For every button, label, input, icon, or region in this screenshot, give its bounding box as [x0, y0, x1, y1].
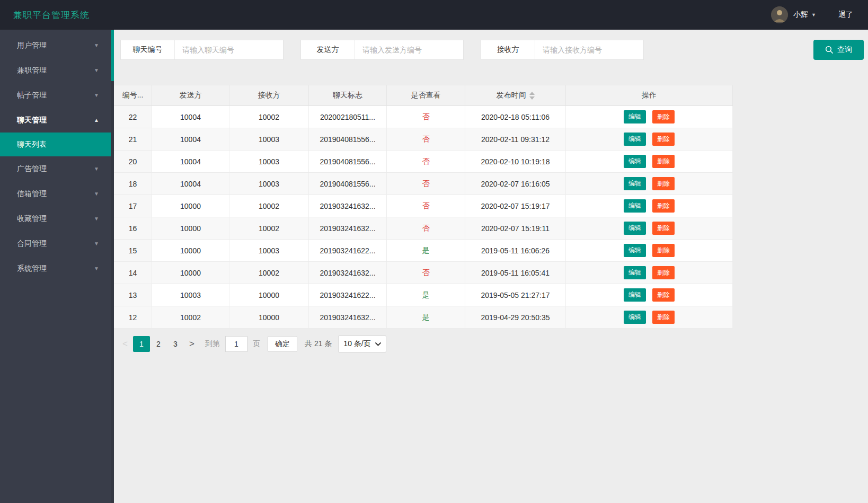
column-header: 发送方	[152, 85, 229, 105]
cell-publish-time: 2019-04-29 20:50:35	[465, 306, 566, 328]
cell-receiver: 10002	[229, 217, 309, 239]
delete-button[interactable]: 删除	[652, 311, 675, 324]
next-page-button[interactable]: >	[184, 336, 200, 352]
prev-page-button[interactable]: <	[117, 336, 133, 352]
cell-actions: 编辑删除	[566, 106, 733, 128]
edit-button[interactable]: 编辑	[624, 199, 646, 213]
edit-button[interactable]: 编辑	[624, 155, 646, 168]
sidebar-item[interactable]: 合同管理▼	[0, 231, 111, 256]
cell-viewed: 否	[387, 173, 465, 195]
cell-publish-time: 2020-02-10 10:19:18	[465, 151, 566, 172]
search-button[interactable]: 查询	[813, 40, 864, 60]
cell-receiver: 10002	[229, 106, 309, 128]
viewed-status: 是	[422, 246, 430, 255]
app-title: 兼职平台管理系统	[0, 9, 90, 21]
filter-label: 聊天编号	[121, 40, 175, 59]
cell-sender: 10004	[152, 151, 229, 172]
page-buttons: 123	[133, 336, 184, 352]
goto-page-input[interactable]	[225, 336, 247, 352]
delete-button[interactable]: 删除	[652, 177, 675, 190]
logout-link[interactable]: 退了	[838, 10, 853, 20]
sidebar-item-label: 收藏管理	[17, 214, 47, 224]
edit-button[interactable]: 编辑	[624, 288, 646, 302]
delete-button[interactable]: 删除	[652, 133, 675, 146]
table-row: 161000010002201903241632...否2020-02-07 1…	[114, 217, 733, 240]
page-number-button[interactable]: 1	[133, 336, 150, 352]
viewed-status: 否	[422, 135, 430, 144]
cell-id: 21	[114, 128, 152, 150]
sidebar-item[interactable]: 帖子管理▼	[0, 83, 111, 108]
cell-chat-flag: 201903241632...	[309, 217, 387, 239]
sender-input[interactable]	[355, 40, 463, 59]
sidebar-subitem[interactable]: 聊天列表	[0, 133, 111, 156]
page-number-button[interactable]: 2	[150, 336, 167, 352]
sort-icon[interactable]	[529, 92, 535, 100]
sidebar-item[interactable]: 信箱管理▼	[0, 181, 111, 206]
column-header: 接收方	[229, 85, 309, 105]
column-header: 编号...	[114, 85, 152, 105]
page-number-button[interactable]: 3	[167, 336, 184, 352]
table-row: 181000410003201904081556...否2020-02-07 1…	[114, 173, 733, 195]
table-body: 221000410002202002180511...否2020-02-18 0…	[114, 106, 733, 329]
cell-receiver: 10003	[229, 173, 309, 195]
delete-button[interactable]: 删除	[652, 244, 675, 257]
cell-publish-time: 2019-05-11 16:06:26	[465, 240, 566, 261]
cell-viewed: 是	[387, 306, 465, 328]
sidebar-item-label: 广告管理	[17, 164, 47, 174]
table-header-row: 编号...发送方接收方聊天标志是否查看发布时间操作	[114, 85, 733, 106]
delete-button[interactable]: 删除	[652, 222, 675, 235]
edit-button[interactable]: 编辑	[624, 311, 646, 324]
sidebar-item[interactable]: 广告管理▼	[0, 156, 111, 181]
edit-button[interactable]: 编辑	[624, 133, 646, 146]
page-size-select[interactable]: 10 条/页	[338, 336, 386, 352]
chevron-down-icon: ▼	[94, 166, 99, 172]
sidebar-item-label: 聊天管理	[17, 116, 47, 125]
column-header-label: 接收方	[258, 91, 280, 100]
goto-confirm-button[interactable]: 确定	[268, 336, 297, 352]
edit-button[interactable]: 编辑	[624, 177, 646, 190]
sidebar-item[interactable]: 兼职管理▼	[0, 58, 111, 83]
filter-bar: 聊天编号 发送方 接收方 查询	[120, 40, 864, 60]
sidebar-scrollbar[interactable]	[111, 30, 114, 503]
chevron-down-icon: ▼	[811, 12, 816, 17]
chevron-down-icon: ▼	[94, 42, 99, 48]
total-count-label: 共 21 条	[305, 339, 332, 349]
chat-id-input[interactable]	[175, 40, 283, 59]
cell-actions: 编辑删除	[566, 128, 733, 150]
scrollbar-thumb[interactable]	[111, 30, 114, 81]
delete-button[interactable]: 删除	[652, 266, 675, 279]
user-name[interactable]: 小辉	[793, 10, 808, 20]
sidebar-item[interactable]: 收藏管理▼	[0, 206, 111, 231]
delete-button[interactable]: 删除	[652, 199, 675, 213]
cell-id: 18	[114, 173, 152, 195]
viewed-status: 否	[422, 268, 430, 278]
viewed-status: 否	[422, 179, 430, 189]
user-avatar[interactable]	[771, 6, 788, 23]
sidebar-item[interactable]: 系统管理▼	[0, 256, 111, 281]
edit-button[interactable]: 编辑	[624, 222, 646, 235]
sidebar-item[interactable]: 用户管理▼	[0, 33, 111, 58]
cell-chat-flag: 201903241632...	[309, 306, 387, 328]
delete-button[interactable]: 删除	[652, 288, 675, 302]
edit-button[interactable]: 编辑	[624, 266, 646, 279]
cell-sender: 10003	[152, 284, 229, 306]
cell-publish-time: 2020-02-11 09:31:12	[465, 128, 566, 150]
content-area: 聊天编号 发送方 接收方 查询 编号...发送方接收方聊天标志是否查看发布时间操…	[114, 30, 868, 503]
edit-button[interactable]: 编辑	[624, 244, 646, 257]
column-header[interactable]: 发布时间	[465, 85, 566, 105]
cell-viewed: 否	[387, 151, 465, 172]
viewed-status: 否	[422, 224, 430, 233]
cell-chat-flag: 202002180511...	[309, 106, 387, 128]
receiver-input[interactable]	[535, 40, 643, 59]
cell-chat-flag: 201903241622...	[309, 284, 387, 306]
cell-receiver: 10002	[229, 262, 309, 284]
edit-button[interactable]: 编辑	[624, 110, 646, 123]
column-header-label: 操作	[642, 91, 657, 100]
sidebar-item-label: 系统管理	[17, 264, 47, 273]
sidebar-item[interactable]: 聊天管理▲	[0, 108, 111, 133]
delete-button[interactable]: 删除	[652, 110, 675, 123]
delete-button[interactable]: 删除	[652, 155, 675, 168]
cell-chat-flag: 201903241632...	[309, 262, 387, 284]
cell-actions: 编辑删除	[566, 173, 733, 195]
table-row: 201000410003201904081556...否2020-02-10 1…	[114, 151, 733, 173]
